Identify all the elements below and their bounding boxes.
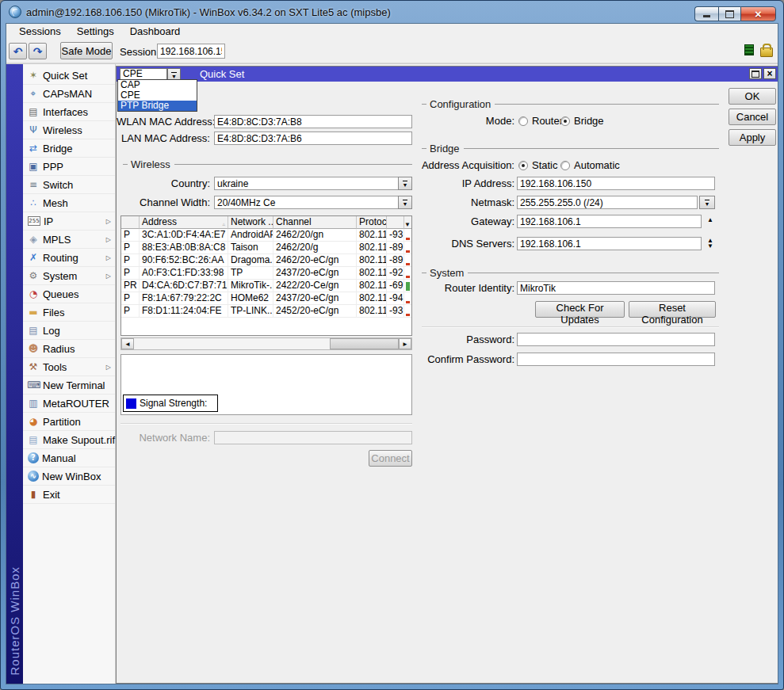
address-acquisition-radio-static[interactable]: Static <box>518 158 558 172</box>
column-header-network[interactable]: Network ... <box>228 216 273 229</box>
sidebar-item-switch[interactable]: ≡Switch <box>23 176 115 194</box>
ok-button[interactable]: OK <box>729 88 776 105</box>
flags-cell: P <box>121 267 140 280</box>
sidebar-item-mesh[interactable]: ∴Mesh <box>23 194 115 212</box>
password-input[interactable] <box>517 333 715 346</box>
sidebar-item-metarouter[interactable]: ▥MetaROUTER <box>23 395 115 413</box>
table-row[interactable]: P3C:A1:0D:F4:4A:E7AndroidAP2462/20/gn802… <box>121 229 411 242</box>
ip-address-input[interactable] <box>517 177 715 190</box>
sidebar-item-log[interactable]: ▤Log <box>23 322 115 340</box>
column-header-address[interactable]: Address▵ <box>140 216 228 229</box>
minimize-button[interactable] <box>694 6 718 21</box>
app-window: admin@192.168.106.150 (MikroTik) - WinBo… <box>0 0 784 690</box>
redo-button[interactable]: ↷ <box>29 43 47 59</box>
sidebar-item-make-supout-rif[interactable]: ▤Make Supout.rif <box>23 431 115 449</box>
gateway-remove-button[interactable]: ▲ <box>705 217 716 223</box>
netmask-input[interactable] <box>517 196 698 209</box>
address-acquisition-radio-automatic[interactable]: Automatic <box>560 158 620 172</box>
apply-button[interactable]: Apply <box>729 129 776 146</box>
close-button[interactable]: × <box>740 6 776 21</box>
submenu-arrow-icon: ▷ <box>106 273 111 280</box>
sidebar-item-files[interactable]: ▬Files <box>23 303 115 322</box>
table-row[interactable]: P88:E3:AB:0B:8A:C8Taison2462/20/g802.11-… <box>121 242 411 254</box>
undo-button[interactable]: ↶ <box>9 43 27 59</box>
session-input[interactable] <box>157 44 225 59</box>
table-row[interactable]: PA0:F3:C1:FD:33:98TP2437/20-eC/gn802.11-… <box>121 267 411 280</box>
queues-icon: ◔ <box>27 288 40 300</box>
column-header-channel[interactable]: Channel <box>273 216 357 229</box>
confirm-password-input[interactable] <box>517 353 715 366</box>
menu-item-settings[interactable]: Settings <box>69 25 122 39</box>
connect-button[interactable]: Connect <box>369 450 412 467</box>
sidebar-item-label: Bridge <box>43 143 73 154</box>
password-label: Password: <box>386 333 514 346</box>
channel-width-input[interactable] <box>214 196 399 209</box>
table-row[interactable]: PF8:1A:67:79:22:2CHOMe622437/20-eC/gn802… <box>121 292 411 305</box>
sidebar-item-exit[interactable]: ▮Exit <box>23 486 115 504</box>
netmask-dropdown-button[interactable]: ▼ <box>699 196 715 209</box>
section-line <box>174 164 412 165</box>
radio-label: Static <box>532 159 558 171</box>
channel-cell: 2462/20-eC/gn <box>273 254 357 267</box>
submenu-arrow-icon: ▷ <box>106 364 111 371</box>
lan-mac-input[interactable] <box>214 132 412 145</box>
sidebar-item-queues[interactable]: ◔Queues <box>23 285 115 303</box>
sidebar-item-quick-set[interactable]: ✶Quick Set <box>23 67 115 85</box>
scroll-left-arrow[interactable]: ◄ <box>121 338 134 349</box>
sidebar-item-interfaces[interactable]: ▤Interfaces <box>23 103 115 121</box>
gateway-input[interactable] <box>517 215 702 228</box>
window-titlebar[interactable]: admin@192.168.106.150 (MikroTik) - WinBo… <box>1 1 783 23</box>
table-hscrollbar[interactable]: ◄ ► <box>120 337 412 350</box>
check-for-updates-button[interactable]: Check For Updates <box>535 301 625 318</box>
column-header-col0[interactable] <box>121 216 140 229</box>
sidebar-item-radius[interactable]: ☻Radius <box>23 340 115 358</box>
cancel-button[interactable]: Cancel <box>729 109 776 125</box>
menu-item-dashboard[interactable]: Dashboard <box>122 25 189 39</box>
sidebar-item-partition[interactable]: ◕Partition <box>23 413 115 431</box>
wireless-scan-table[interactable]: Address▵Network ...ChannelProtocol▼ P3C:… <box>120 215 412 336</box>
sidebar-item-new-terminal[interactable]: ⌨New Terminal <box>23 376 115 395</box>
table-row[interactable]: P90:F6:52:BC:26:AADragoma...2462/20-eC/g… <box>121 254 411 267</box>
safe-mode-button[interactable]: Safe Mode <box>60 42 113 59</box>
maximize-button[interactable] <box>718 6 740 21</box>
sidebar-item-tools[interactable]: ⚒Tools▷ <box>23 358 115 376</box>
sidebar-item-label: PPP <box>43 161 63 173</box>
sidebar-item-system[interactable]: ⚙System▷ <box>23 267 115 285</box>
mode-radio-bridge[interactable]: Bridge <box>560 114 604 128</box>
table-row[interactable]: PRD4:CA:6D:C7:B7:71MikroTik-...2422/20-C… <box>121 280 411 292</box>
sidebar-item-new-winbox[interactable]: ∿New WinBox <box>23 467 115 486</box>
mode-option-ptp-bridge[interactable]: PTP Bridge <box>118 101 197 111</box>
sidebar-item-ppp[interactable]: ▣PPP <box>23 158 115 176</box>
winbox-logo-icon <box>9 6 21 18</box>
sidebar-item-bridge[interactable]: ⇄Bridge <box>23 139 115 158</box>
confirm-password-label: Confirm Password: <box>386 353 514 366</box>
reset-configuration-button[interactable]: Reset Configuration <box>629 301 716 318</box>
sidebar-item-manual[interactable]: ?Manual <box>23 449 115 467</box>
column-header-protocol[interactable]: Protocol <box>357 216 387 229</box>
sidebar-item-ip[interactable]: 255IP▷ <box>23 212 115 231</box>
router-identity-input[interactable] <box>517 281 715 295</box>
dns-add-remove-buttons[interactable]: ▲▼ <box>705 238 716 249</box>
network-name-input[interactable] <box>214 431 412 444</box>
quickset-close-button[interactable]: × <box>763 68 776 79</box>
dns-servers-input[interactable] <box>517 237 702 250</box>
country-input[interactable] <box>214 177 399 190</box>
address-cell: F8:D1:11:24:04:FE <box>140 305 228 318</box>
quickset-restore-button[interactable] <box>749 68 762 79</box>
mode-select[interactable]: CPE <box>120 68 167 80</box>
banner-text: RouterOS WinBox <box>8 557 21 684</box>
mode-radio-router[interactable]: Router <box>518 114 563 128</box>
sidebar-item-capsman[interactable]: ⌖CAPsMAN <box>23 85 115 103</box>
country-label: Country: <box>117 177 210 190</box>
radio-off-icon <box>560 161 570 170</box>
table-row[interactable]: PF8:D1:11:24:04:FETP-LINK...2452/20-eC/g… <box>121 305 411 318</box>
sidebar-item-routing[interactable]: ✗Routing▷ <box>23 249 115 267</box>
sidebar-item-label: MPLS <box>43 234 71 246</box>
menu-item-sessions[interactable]: Sessions <box>11 25 69 39</box>
wlan-mac-input[interactable] <box>214 115 412 128</box>
mode-select-dropdown-button[interactable]: ▼ <box>167 68 181 80</box>
sidebar-item-mpls[interactable]: ◈MPLS▷ <box>23 231 115 249</box>
signal-cell: -93 <box>387 305 404 318</box>
quickset-titlebar[interactable]: CPE ▼ Quick Set × <box>117 67 778 82</box>
sidebar-item-wireless[interactable]: ΨWireless <box>23 121 115 139</box>
